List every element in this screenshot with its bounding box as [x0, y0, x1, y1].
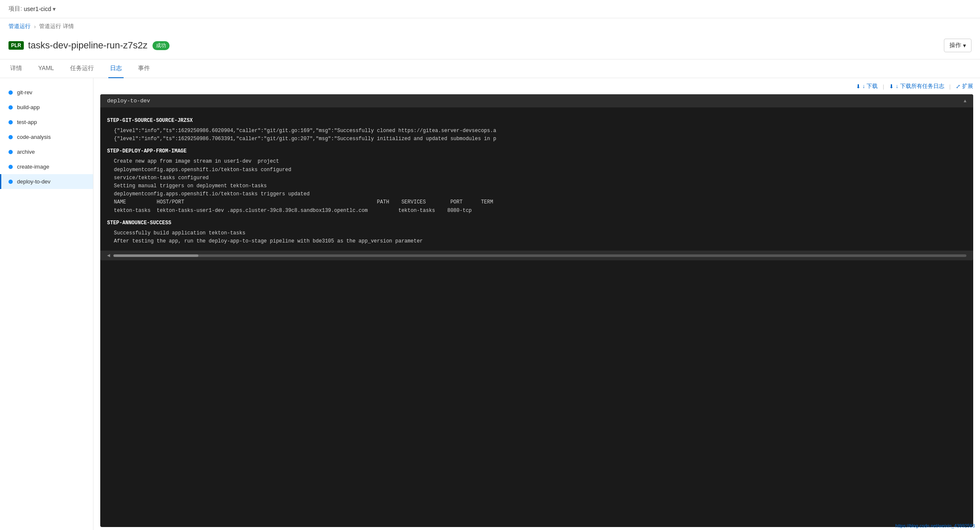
- log-line-announce-1: Successfully build application tekton-ta…: [107, 229, 966, 237]
- log-body: STEP-GIT-SOURCE-SOURCE-JRZSX {"level":"i…: [100, 107, 973, 251]
- tab-logs[interactable]: 日志: [108, 59, 124, 78]
- scroll-left-icon[interactable]: ◀: [107, 252, 110, 259]
- log-line-deploy-3: service/tekton-tasks configured: [107, 174, 966, 182]
- breadcrumb-current: 管道运行 详情: [39, 23, 74, 30]
- sidebar-dot-archive: [8, 150, 13, 154]
- sidebar-dot-code-analysis: [8, 135, 13, 139]
- page-header: PLR tasks-dev-pipeline-run-z7s2z 成功 操作 ▾: [0, 34, 980, 59]
- bottom-link-bar: https://blog.csdn.net/weixin_43992583: [890, 522, 980, 530]
- sidebar-dot-git-rev: [8, 90, 13, 95]
- log-line-deploy-4: Setting manual triggers on deployment te…: [107, 182, 966, 190]
- log-toolbar: ⬇ ↓ 下载 | ⬇ ↓ 下载所有任务日志 | ⤢ 扩展: [100, 78, 973, 94]
- h-scroll-thumb[interactable]: [113, 254, 198, 257]
- log-line-table-header: NAME HOST/PORT PATH SERVICES PORT TERM: [107, 198, 966, 206]
- sidebar-dot-create-image: [8, 165, 13, 169]
- expand-link[interactable]: ⤢ 扩展: [956, 82, 973, 90]
- sidebar-label-build-app: build-app: [17, 104, 40, 110]
- sidebar-item-deploy-to-dev[interactable]: deploy-to-dev: [0, 174, 93, 189]
- log-line-deploy-1: Create new app from image stream in user…: [107, 158, 966, 166]
- sidebar-item-test-app[interactable]: test-app: [0, 115, 93, 130]
- sidebar-item-create-image[interactable]: create-image: [0, 159, 93, 174]
- sidebar-dot-test-app: [8, 120, 13, 124]
- log-line-deploy-5: deploymentconfig.apps.openshift.io/tekto…: [107, 190, 966, 198]
- sidebar-label-create-image: create-image: [17, 164, 49, 170]
- task-sidebar: git-rev build-app test-app code-analysis…: [0, 78, 93, 530]
- tab-events[interactable]: 事件: [136, 59, 152, 78]
- h-scroll-track[interactable]: [113, 254, 966, 257]
- breadcrumb: 管道运行 › 管道运行 详情: [0, 18, 980, 34]
- actions-button[interactable]: 操作 ▾: [944, 39, 972, 52]
- tab-bar: 详情 YAML 任务运行 日志 事件: [0, 59, 980, 78]
- log-line-table-row: tekton-tasks tekton-tasks-user1-dev .app…: [107, 207, 966, 215]
- page-title: tasks-dev-pipeline-run-z7s2z: [28, 40, 147, 51]
- breadcrumb-separator: ›: [34, 23, 36, 30]
- log-section-git-source-title: STEP-GIT-SOURCE-SOURCE-JRZSX: [107, 118, 966, 124]
- project-name: user1-cicd: [24, 6, 51, 12]
- log-container[interactable]: deploy-to-dev ▲ STEP-GIT-SOURCE-SOURCE-J…: [100, 94, 973, 527]
- sidebar-label-archive: archive: [17, 149, 35, 155]
- download-label: ↓ 下载: [862, 82, 878, 90]
- log-panel: ⬇ ↓ 下载 | ⬇ ↓ 下载所有任务日志 | ⤢ 扩展 deploy-to-d…: [93, 78, 980, 530]
- toolbar-sep-1: |: [883, 83, 884, 90]
- tab-details[interactable]: 详情: [8, 59, 24, 78]
- tab-yaml[interactable]: YAML: [37, 59, 56, 78]
- sidebar-item-build-app[interactable]: build-app: [0, 100, 93, 115]
- download-all-label: ↓ 下载所有任务日志: [895, 82, 944, 90]
- project-dropdown-icon[interactable]: ▾: [53, 6, 56, 12]
- log-line-announce-2: After testing the app, run the deploy-ap…: [107, 237, 966, 245]
- sidebar-item-archive[interactable]: archive: [0, 144, 93, 159]
- log-section-announce-title: STEP-ANNOUNCE-SUCCESS: [107, 220, 966, 226]
- toolbar-sep-2: |: [949, 83, 951, 90]
- actions-label: 操作: [949, 42, 961, 49]
- expand-label: 扩展: [962, 82, 973, 90]
- download-link[interactable]: ⬇ ↓ 下载: [856, 82, 878, 90]
- top-bar: 项目: user1-cicd ▾: [0, 0, 980, 18]
- expand-icon: ⤢: [956, 83, 960, 90]
- sidebar-label-deploy-to-dev: deploy-to-dev: [17, 178, 51, 185]
- sidebar-label-git-rev: git-rev: [17, 89, 32, 96]
- tab-taskruns[interactable]: 任务运行: [68, 59, 96, 78]
- sidebar-item-code-analysis[interactable]: code-analysis: [0, 130, 93, 144]
- log-header: deploy-to-dev ▲: [100, 94, 973, 107]
- sidebar-item-git-rev[interactable]: git-rev: [0, 85, 93, 100]
- main-content: git-rev build-app test-app code-analysis…: [0, 78, 980, 530]
- status-badge: 成功: [153, 41, 169, 50]
- download-icon: ⬇: [856, 83, 861, 90]
- actions-dropdown-icon: ▾: [963, 42, 966, 49]
- download-all-link[interactable]: ⬇ ↓ 下载所有任务日志: [889, 82, 944, 90]
- log-panel-title: deploy-to-dev: [107, 98, 150, 104]
- plr-badge: PLR: [8, 41, 24, 50]
- breadcrumb-parent-link[interactable]: 管道运行: [8, 23, 31, 30]
- log-line-git-2: {"level":"info","ts":1629250986.7063391,…: [107, 135, 966, 143]
- log-line-git-1: {"level":"info","ts":1629250986.6020904,…: [107, 127, 966, 135]
- download-all-icon: ⬇: [889, 83, 894, 90]
- sidebar-dot-build-app: [8, 105, 13, 110]
- sidebar-label-code-analysis: code-analysis: [17, 134, 51, 140]
- sidebar-label-test-app: test-app: [17, 119, 37, 125]
- sidebar-dot-deploy-to-dev: [8, 180, 13, 184]
- project-label: 项目:: [8, 5, 22, 13]
- bottom-link: https://blog.csdn.net/weixin_43992583: [895, 523, 975, 528]
- log-line-deploy-2: deploymentconfig.apps.openshift.io/tekto…: [107, 166, 966, 174]
- scroll-up-icon[interactable]: ▲: [963, 99, 966, 104]
- log-section-deploy-title: STEP-DEPLOY-APP-FROM-IMAGE: [107, 148, 966, 154]
- horizontal-scrollbar[interactable]: ◀: [100, 251, 973, 260]
